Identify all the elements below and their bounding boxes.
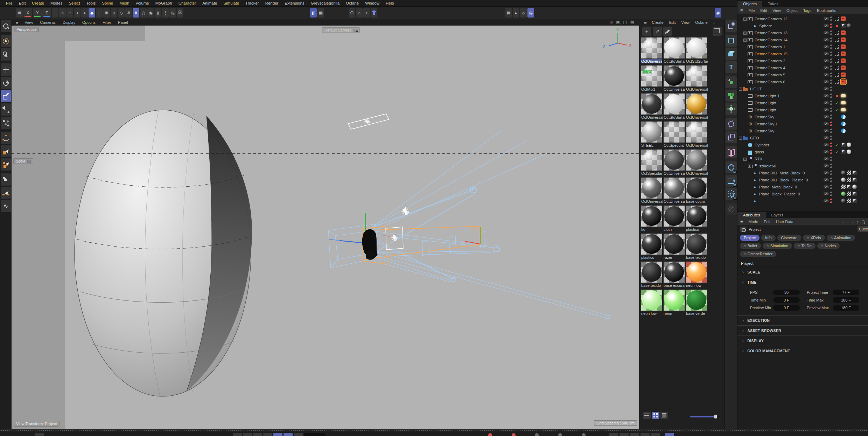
timeline-button[interactable]	[243, 433, 252, 436]
viewport-scene[interactable]: Y X Z	[12, 26, 639, 429]
menu-modes[interactable]: Modes	[47, 1, 66, 5]
visibility-dots[interactable]	[830, 136, 832, 141]
expand-toggle[interactable]: −	[743, 158, 747, 161]
layer-toggle-icon[interactable]	[824, 122, 829, 125]
visibility-dots[interactable]	[830, 44, 832, 50]
material-item[interactable]: OctUniversal	[664, 65, 685, 94]
texture-tag-icon[interactable]	[847, 150, 851, 154]
menu-spline[interactable]: Spline	[99, 1, 116, 5]
material-item[interactable]: base tecido	[641, 262, 663, 290]
expand-toggle[interactable]: +	[748, 165, 751, 168]
material-item[interactable]: OctStdSurface	[686, 37, 708, 65]
pill-info[interactable]: Info	[761, 235, 775, 241]
layer-toggle-icon[interactable]	[824, 199, 829, 202]
enabled-check-icon[interactable]: ✓	[834, 99, 840, 106]
timeline-dot[interactable]	[535, 433, 539, 436]
object-row[interactable]: OctaneCamera.2	[737, 57, 868, 64]
render-frame-icon[interactable]	[835, 45, 839, 49]
layer-toggle-icon[interactable]	[824, 171, 829, 174]
attribute-menu-mode[interactable]: Mode	[746, 220, 761, 224]
material-item[interactable]: OctUniversal	[641, 178, 663, 206]
timeline-dot[interactable]	[512, 433, 516, 436]
material-item[interactable]: OctUniversal	[686, 122, 708, 150]
find-tool[interactable]	[1, 20, 11, 32]
checker-tag-icon[interactable]	[847, 171, 851, 175]
menu-tracker[interactable]: Tracker	[242, 1, 262, 5]
cam-tag-icon[interactable]	[841, 30, 846, 35]
layer-toggle-icon[interactable]	[824, 101, 829, 104]
expand-toggle[interactable]: +	[743, 39, 747, 42]
phong-tag-icon[interactable]	[852, 192, 857, 196]
primitive-sphere-icon[interactable]: ○	[59, 8, 66, 18]
pill-nodes[interactable]: ⌂Nodes	[817, 243, 840, 249]
cam-tag-icon[interactable]	[841, 72, 846, 77]
section-execution[interactable]: ›EXECUTION	[737, 315, 868, 325]
timeline-button[interactable]	[630, 433, 639, 436]
sky-tag-icon[interactable]	[841, 122, 846, 126]
visibility-dots[interactable]	[830, 185, 832, 190]
symmetry-icon[interactable]	[726, 146, 737, 158]
expand-toggle[interactable]: −	[743, 18, 747, 21]
object-row[interactable]: ▲Plane.001_Metal Black_0	[737, 169, 868, 177]
visibility-dots[interactable]	[830, 192, 832, 197]
viewport-menu-display[interactable]: Display	[59, 20, 79, 25]
z-axis-handle[interactable]	[340, 241, 364, 243]
content-browser-icon[interactable]: ▤	[16, 8, 23, 18]
menu-greyscalegorilla[interactable]: Greyscalegorilla	[308, 1, 343, 5]
visibility-dots[interactable]	[830, 86, 832, 92]
corner-tool-icon[interactable]: ∟	[96, 8, 103, 18]
material-hamburger-icon[interactable]: ≡	[642, 20, 649, 25]
auto-keyframe-icon[interactable]: Ⓐ	[177, 8, 183, 18]
move-tool[interactable]	[1, 63, 11, 76]
viewport-canvas[interactable]: Y X Z Perspective Default Camera Scale V…	[12, 26, 639, 429]
object-row[interactable]: ●Sphere×	[737, 22, 868, 29]
timeline-button[interactable]	[294, 433, 303, 436]
material-item[interactable]: OctUniversal	[664, 150, 685, 178]
gear-ring-icon[interactable]: ◉	[147, 8, 154, 18]
visibility-dots[interactable]	[830, 51, 832, 57]
layer-toggle-icon[interactable]	[824, 115, 829, 118]
cube-primitive-tool[interactable]	[1, 158, 11, 171]
section-time[interactable]: ›TIME	[737, 277, 868, 287]
sky-tag-icon[interactable]	[841, 129, 846, 133]
view-label[interactable]: Perspective	[14, 27, 39, 32]
material-item[interactable]: OctSpecular	[641, 150, 663, 178]
timeline-button[interactable]	[665, 433, 674, 436]
layer-toggle-icon[interactable]	[824, 157, 829, 160]
visibility-dots[interactable]	[830, 171, 832, 176]
visibility-dots[interactable]	[830, 30, 832, 36]
phong-tag-icon[interactable]	[852, 199, 857, 203]
phong-tag-icon[interactable]	[852, 178, 857, 182]
menu-help[interactable]: Help	[383, 1, 397, 5]
timeline-button[interactable]	[263, 433, 272, 436]
material-item[interactable]: razer	[664, 234, 685, 262]
octane-sky-icon[interactable]: ST	[726, 161, 737, 173]
timeline-button[interactable]	[609, 433, 618, 436]
object-row[interactable]: ⊕OctaneSky	[737, 113, 868, 120]
timeline-button[interactable]	[273, 433, 282, 436]
panel-resize-gutter[interactable]	[0, 429, 868, 431]
visibility-dots[interactable]	[830, 199, 832, 204]
render-frame-icon[interactable]	[835, 17, 839, 21]
tab-layers[interactable]: Layers	[766, 212, 789, 218]
phong-tag-icon[interactable]	[841, 143, 846, 147]
object-row[interactable]: −GEO	[737, 134, 868, 141]
material-item[interactable]: STEEL	[641, 122, 663, 150]
render-frame-icon[interactable]	[835, 80, 839, 84]
section-color-management[interactable]: ›COLOR MANAGEMENT	[737, 346, 868, 356]
field-value-time-min[interactable]: 0 F	[773, 297, 800, 303]
primitive-solid-icon[interactable]: ◕	[81, 8, 88, 18]
menu-extensions[interactable]: Extensions	[281, 1, 307, 5]
menu-file[interactable]: File	[3, 1, 16, 5]
light-icon[interactable]	[364, 119, 370, 124]
material-menu-edit[interactable]: Edit	[666, 20, 679, 25]
pill-project[interactable]: Project	[740, 235, 760, 241]
subject-mesh[interactable]	[362, 229, 378, 260]
rotate-tool[interactable]	[1, 77, 11, 89]
timeline-button[interactable]	[620, 433, 629, 436]
field-value-time-max[interactable]: 180 F	[833, 297, 859, 303]
object-menu-view[interactable]: View	[770, 8, 784, 13]
visibility-dots[interactable]	[830, 150, 832, 155]
pen-dash-tool[interactable]	[1, 187, 11, 199]
render-frame-icon[interactable]	[835, 73, 839, 77]
